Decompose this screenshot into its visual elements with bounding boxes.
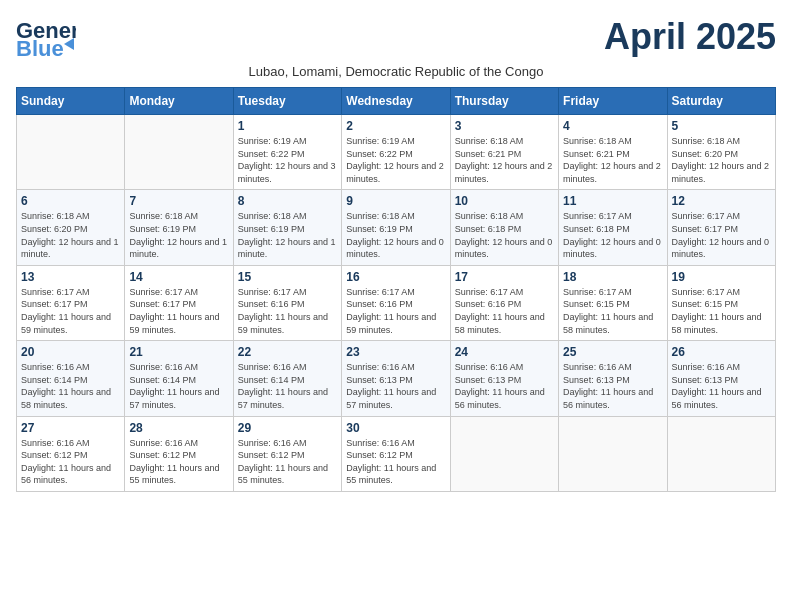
day-number: 9 [346, 194, 445, 208]
day-number: 23 [346, 345, 445, 359]
day-info: Sunrise: 6:17 AM Sunset: 6:17 PM Dayligh… [672, 210, 771, 260]
calendar-cell: 26Sunrise: 6:16 AM Sunset: 6:13 PM Dayli… [667, 341, 775, 416]
day-number: 8 [238, 194, 337, 208]
day-number: 20 [21, 345, 120, 359]
calendar-cell: 16Sunrise: 6:17 AM Sunset: 6:16 PM Dayli… [342, 265, 450, 340]
calendar-week-row: 1Sunrise: 6:19 AM Sunset: 6:22 PM Daylig… [17, 115, 776, 190]
page-subtitle: Lubao, Lomami, Democratic Republic of th… [16, 64, 776, 79]
calendar-cell: 28Sunrise: 6:16 AM Sunset: 6:12 PM Dayli… [125, 416, 233, 491]
page-header: General Blue April 2025 [16, 16, 776, 60]
day-number: 13 [21, 270, 120, 284]
calendar-cell: 18Sunrise: 6:17 AM Sunset: 6:15 PM Dayli… [559, 265, 667, 340]
day-number: 12 [672, 194, 771, 208]
day-info: Sunrise: 6:16 AM Sunset: 6:12 PM Dayligh… [238, 437, 337, 487]
day-number: 16 [346, 270, 445, 284]
month-title: April 2025 [604, 16, 776, 58]
day-info: Sunrise: 6:18 AM Sunset: 6:18 PM Dayligh… [455, 210, 554, 260]
calendar-week-row: 20Sunrise: 6:16 AM Sunset: 6:14 PM Dayli… [17, 341, 776, 416]
calendar-week-row: 27Sunrise: 6:16 AM Sunset: 6:12 PM Dayli… [17, 416, 776, 491]
day-info: Sunrise: 6:16 AM Sunset: 6:14 PM Dayligh… [238, 361, 337, 411]
day-info: Sunrise: 6:18 AM Sunset: 6:21 PM Dayligh… [563, 135, 662, 185]
day-number: 2 [346, 119, 445, 133]
day-info: Sunrise: 6:16 AM Sunset: 6:13 PM Dayligh… [563, 361, 662, 411]
calendar-cell: 21Sunrise: 6:16 AM Sunset: 6:14 PM Dayli… [125, 341, 233, 416]
logo: General Blue [16, 16, 76, 60]
column-header-sunday: Sunday [17, 88, 125, 115]
svg-text:Blue: Blue [16, 36, 64, 60]
calendar-week-row: 6Sunrise: 6:18 AM Sunset: 6:20 PM Daylig… [17, 190, 776, 265]
day-number: 22 [238, 345, 337, 359]
day-number: 24 [455, 345, 554, 359]
column-header-thursday: Thursday [450, 88, 558, 115]
day-info: Sunrise: 6:17 AM Sunset: 6:16 PM Dayligh… [346, 286, 445, 336]
day-number: 27 [21, 421, 120, 435]
day-info: Sunrise: 6:16 AM Sunset: 6:12 PM Dayligh… [21, 437, 120, 487]
day-info: Sunrise: 6:19 AM Sunset: 6:22 PM Dayligh… [238, 135, 337, 185]
day-number: 14 [129, 270, 228, 284]
calendar-cell [667, 416, 775, 491]
day-info: Sunrise: 6:17 AM Sunset: 6:17 PM Dayligh… [21, 286, 120, 336]
day-number: 6 [21, 194, 120, 208]
day-number: 4 [563, 119, 662, 133]
day-info: Sunrise: 6:17 AM Sunset: 6:16 PM Dayligh… [238, 286, 337, 336]
calendar-cell: 27Sunrise: 6:16 AM Sunset: 6:12 PM Dayli… [17, 416, 125, 491]
calendar-table: SundayMondayTuesdayWednesdayThursdayFrid… [16, 87, 776, 492]
day-info: Sunrise: 6:17 AM Sunset: 6:15 PM Dayligh… [563, 286, 662, 336]
day-number: 25 [563, 345, 662, 359]
day-number: 26 [672, 345, 771, 359]
calendar-cell: 8Sunrise: 6:18 AM Sunset: 6:19 PM Daylig… [233, 190, 341, 265]
column-header-friday: Friday [559, 88, 667, 115]
calendar-cell: 4Sunrise: 6:18 AM Sunset: 6:21 PM Daylig… [559, 115, 667, 190]
calendar-week-row: 13Sunrise: 6:17 AM Sunset: 6:17 PM Dayli… [17, 265, 776, 340]
day-info: Sunrise: 6:18 AM Sunset: 6:20 PM Dayligh… [672, 135, 771, 185]
day-info: Sunrise: 6:16 AM Sunset: 6:14 PM Dayligh… [21, 361, 120, 411]
calendar-cell: 29Sunrise: 6:16 AM Sunset: 6:12 PM Dayli… [233, 416, 341, 491]
day-info: Sunrise: 6:18 AM Sunset: 6:19 PM Dayligh… [238, 210, 337, 260]
day-info: Sunrise: 6:18 AM Sunset: 6:19 PM Dayligh… [346, 210, 445, 260]
day-number: 29 [238, 421, 337, 435]
calendar-cell [125, 115, 233, 190]
calendar-cell: 17Sunrise: 6:17 AM Sunset: 6:16 PM Dayli… [450, 265, 558, 340]
column-header-monday: Monday [125, 88, 233, 115]
calendar-cell [559, 416, 667, 491]
day-number: 1 [238, 119, 337, 133]
day-number: 3 [455, 119, 554, 133]
day-info: Sunrise: 6:16 AM Sunset: 6:12 PM Dayligh… [129, 437, 228, 487]
calendar-cell: 14Sunrise: 6:17 AM Sunset: 6:17 PM Dayli… [125, 265, 233, 340]
day-number: 19 [672, 270, 771, 284]
calendar-cell: 24Sunrise: 6:16 AM Sunset: 6:13 PM Dayli… [450, 341, 558, 416]
day-number: 5 [672, 119, 771, 133]
calendar-cell [17, 115, 125, 190]
calendar-cell: 20Sunrise: 6:16 AM Sunset: 6:14 PM Dayli… [17, 341, 125, 416]
day-info: Sunrise: 6:16 AM Sunset: 6:13 PM Dayligh… [455, 361, 554, 411]
day-info: Sunrise: 6:16 AM Sunset: 6:12 PM Dayligh… [346, 437, 445, 487]
calendar-cell: 10Sunrise: 6:18 AM Sunset: 6:18 PM Dayli… [450, 190, 558, 265]
day-number: 30 [346, 421, 445, 435]
column-header-tuesday: Tuesday [233, 88, 341, 115]
day-number: 15 [238, 270, 337, 284]
calendar-cell: 19Sunrise: 6:17 AM Sunset: 6:15 PM Dayli… [667, 265, 775, 340]
day-info: Sunrise: 6:16 AM Sunset: 6:14 PM Dayligh… [129, 361, 228, 411]
day-info: Sunrise: 6:17 AM Sunset: 6:16 PM Dayligh… [455, 286, 554, 336]
day-number: 28 [129, 421, 228, 435]
day-number: 21 [129, 345, 228, 359]
calendar-header-row: SundayMondayTuesdayWednesdayThursdayFrid… [17, 88, 776, 115]
day-number: 17 [455, 270, 554, 284]
calendar-cell: 13Sunrise: 6:17 AM Sunset: 6:17 PM Dayli… [17, 265, 125, 340]
day-number: 18 [563, 270, 662, 284]
calendar-cell: 6Sunrise: 6:18 AM Sunset: 6:20 PM Daylig… [17, 190, 125, 265]
day-info: Sunrise: 6:18 AM Sunset: 6:19 PM Dayligh… [129, 210, 228, 260]
calendar-cell: 25Sunrise: 6:16 AM Sunset: 6:13 PM Dayli… [559, 341, 667, 416]
calendar-cell: 9Sunrise: 6:18 AM Sunset: 6:19 PM Daylig… [342, 190, 450, 265]
calendar-cell: 22Sunrise: 6:16 AM Sunset: 6:14 PM Dayli… [233, 341, 341, 416]
day-info: Sunrise: 6:17 AM Sunset: 6:18 PM Dayligh… [563, 210, 662, 260]
column-header-saturday: Saturday [667, 88, 775, 115]
day-number: 7 [129, 194, 228, 208]
day-info: Sunrise: 6:16 AM Sunset: 6:13 PM Dayligh… [672, 361, 771, 411]
day-info: Sunrise: 6:16 AM Sunset: 6:13 PM Dayligh… [346, 361, 445, 411]
calendar-cell: 11Sunrise: 6:17 AM Sunset: 6:18 PM Dayli… [559, 190, 667, 265]
day-info: Sunrise: 6:17 AM Sunset: 6:17 PM Dayligh… [129, 286, 228, 336]
day-info: Sunrise: 6:17 AM Sunset: 6:15 PM Dayligh… [672, 286, 771, 336]
calendar-cell: 3Sunrise: 6:18 AM Sunset: 6:21 PM Daylig… [450, 115, 558, 190]
calendar-cell: 15Sunrise: 6:17 AM Sunset: 6:16 PM Dayli… [233, 265, 341, 340]
